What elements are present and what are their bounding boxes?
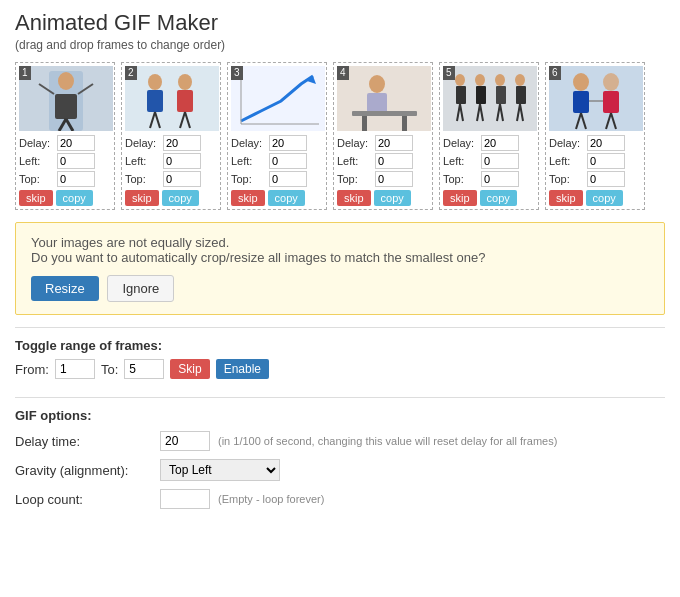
svg-point-49	[603, 73, 619, 91]
svg-rect-5	[55, 94, 77, 119]
from-label: From:	[15, 362, 49, 377]
range-enable-button[interactable]: Enable	[216, 359, 269, 379]
svg-rect-25	[362, 116, 367, 131]
top-input-1[interactable]	[57, 171, 95, 187]
svg-rect-37	[496, 86, 506, 104]
skip-button-1[interactable]: skip	[19, 190, 53, 206]
resize-button[interactable]: Resize	[31, 276, 99, 301]
gravity-select[interactable]: Top LeftTopTop RightLeftCenterRightBotto…	[160, 459, 280, 481]
toggle-range-title: Toggle range of frames:	[15, 338, 665, 353]
frame-left-row-5: Left:	[443, 153, 535, 169]
top-label-1: Top:	[19, 173, 57, 185]
frame-card-6: 6 Delay: Left: Top: skip copy	[545, 62, 645, 210]
left-input-4[interactable]	[375, 153, 413, 169]
delay-input-2[interactable]	[163, 135, 201, 151]
frame-number-1: 1	[19, 66, 31, 80]
top-input-4[interactable]	[375, 171, 413, 187]
to-input[interactable]	[124, 359, 164, 379]
range-skip-button[interactable]: Skip	[170, 359, 209, 379]
frame-card-4: 4 Delay: Left: Top: skip copy	[333, 62, 433, 210]
frame-left-row-1: Left:	[19, 153, 111, 169]
svg-rect-10	[147, 90, 163, 112]
svg-point-22	[369, 75, 385, 93]
svg-rect-8	[125, 66, 219, 131]
warning-box: Your images are not equally sized. Do yo…	[15, 222, 665, 315]
left-label-5: Left:	[443, 155, 481, 167]
delay-input[interactable]	[160, 431, 210, 451]
frame-left-row-4: Left:	[337, 153, 429, 169]
top-input-6[interactable]	[587, 171, 625, 187]
frame-card-3: 3 Delay: Left: Top: skip copy	[227, 62, 327, 210]
frame-delay-row-5: Delay:	[443, 135, 535, 151]
frame-buttons-2: skip copy	[125, 190, 217, 206]
loop-label: Loop count:	[15, 492, 160, 507]
svg-rect-24	[352, 111, 417, 116]
frame-image-4	[337, 66, 431, 131]
from-input[interactable]	[55, 359, 95, 379]
loop-input[interactable]	[160, 489, 210, 509]
svg-rect-41	[516, 86, 526, 104]
frame-number-3: 3	[231, 66, 243, 80]
frames-container: 1 Delay: Left: Top: skip copy 2 Delay: L…	[15, 62, 665, 210]
loop-row: Loop count: (Empty - loop forever)	[15, 489, 665, 509]
frame-buttons-3: skip copy	[231, 190, 323, 206]
frame-card-1: 1 Delay: Left: Top: skip copy	[15, 62, 115, 210]
svg-rect-44	[549, 66, 643, 131]
frame-delay-row-6: Delay:	[549, 135, 641, 151]
range-row: From: To: Skip Enable	[15, 359, 665, 379]
svg-point-2	[58, 72, 74, 90]
top-label-3: Top:	[231, 173, 269, 185]
frame-card-5: 5 Delay: Left: Top: skip copy	[439, 62, 539, 210]
top-input-3[interactable]	[269, 171, 307, 187]
skip-button-5[interactable]: skip	[443, 190, 477, 206]
copy-button-6[interactable]: copy	[586, 190, 623, 206]
top-label-4: Top:	[337, 173, 375, 185]
frame-left-row-3: Left:	[231, 153, 323, 169]
delay-label-3: Delay:	[231, 137, 269, 149]
frame-top-row-6: Top:	[549, 171, 641, 187]
delay-input-6[interactable]	[587, 135, 625, 151]
top-input-2[interactable]	[163, 171, 201, 187]
frame-delay-row-3: Delay:	[231, 135, 323, 151]
frame-top-row-5: Top:	[443, 171, 535, 187]
left-input-1[interactable]	[57, 153, 95, 169]
page-subtitle: (drag and drop frames to change order)	[15, 38, 665, 52]
svg-point-13	[178, 74, 192, 90]
copy-button-3[interactable]: copy	[268, 190, 305, 206]
copy-button-4[interactable]: copy	[374, 190, 411, 206]
svg-point-28	[455, 74, 465, 86]
delay-input-1[interactable]	[57, 135, 95, 151]
svg-point-36	[495, 74, 505, 86]
top-label-2: Top:	[125, 173, 163, 185]
copy-button-5[interactable]: copy	[480, 190, 517, 206]
svg-point-9	[148, 74, 162, 90]
copy-button-1[interactable]: copy	[56, 190, 93, 206]
skip-button-3[interactable]: skip	[231, 190, 265, 206]
left-label-1: Left:	[19, 155, 57, 167]
frame-number-6: 6	[549, 66, 561, 80]
delay-label: Delay time:	[15, 434, 160, 449]
frame-buttons-4: skip copy	[337, 190, 429, 206]
gravity-row: Gravity (alignment): Top LeftTopTop Righ…	[15, 459, 665, 481]
left-input-2[interactable]	[163, 153, 201, 169]
delay-input-5[interactable]	[481, 135, 519, 151]
delay-input-4[interactable]	[375, 135, 413, 151]
delay-input-3[interactable]	[269, 135, 307, 151]
left-input-3[interactable]	[269, 153, 307, 169]
warning-text: Your images are not equally sized. Do yo…	[31, 235, 649, 265]
ignore-button[interactable]: Ignore	[107, 275, 174, 302]
loop-note: (Empty - loop forever)	[218, 493, 324, 505]
skip-button-4[interactable]: skip	[337, 190, 371, 206]
svg-rect-14	[177, 90, 193, 112]
frame-image-6	[549, 66, 643, 131]
left-input-5[interactable]	[481, 153, 519, 169]
svg-rect-26	[402, 116, 407, 131]
delay-label-6: Delay:	[549, 137, 587, 149]
copy-button-2[interactable]: copy	[162, 190, 199, 206]
top-input-5[interactable]	[481, 171, 519, 187]
skip-button-6[interactable]: skip	[549, 190, 583, 206]
left-input-6[interactable]	[587, 153, 625, 169]
frame-delay-row-1: Delay:	[19, 135, 111, 151]
frame-number-2: 2	[125, 66, 137, 80]
skip-button-2[interactable]: skip	[125, 190, 159, 206]
